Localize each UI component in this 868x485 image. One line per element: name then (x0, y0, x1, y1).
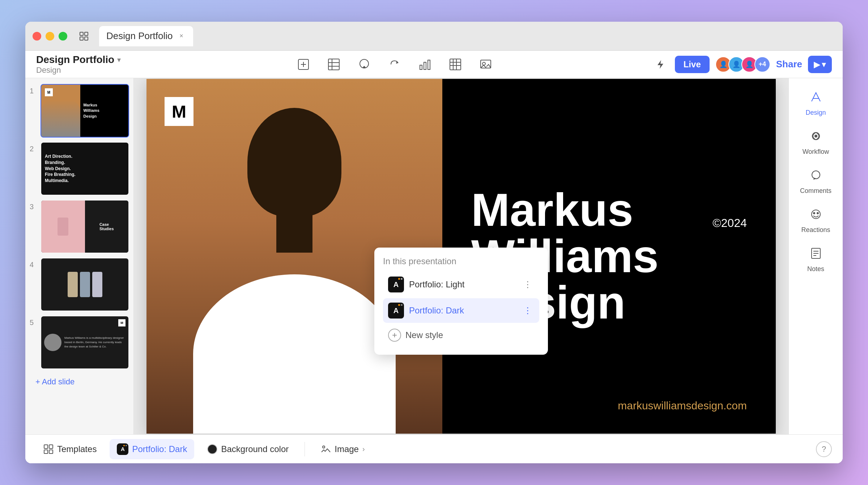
slide1-thumb-title: MarkusWilliamsDesign (83, 102, 125, 119)
slide-item-2[interactable]: 2 Art Direction.Branding.Web Design.Fire… (30, 142, 129, 195)
title-bar: Design Portfolio × (25, 22, 843, 51)
sidebar-item-workflow[interactable]: Workflow (794, 125, 838, 161)
slide4-item-1 (68, 272, 78, 297)
toolbar: Design Portfolio ▾ Design (25, 51, 843, 78)
slide-number-5: 5 (30, 319, 37, 327)
svg-rect-13 (424, 62, 426, 69)
fullscreen-button[interactable] (59, 32, 67, 41)
grid-view-icon[interactable] (76, 28, 92, 44)
reactions-icon (809, 208, 822, 224)
style-item-light[interactable]: A Portfolio: Light ⋮ (383, 272, 539, 297)
style-icon-dark: A (388, 303, 404, 319)
avatar-group: 👤 👤 👤 +4 (715, 56, 770, 72)
style-menu-light[interactable]: ⋮ (521, 278, 534, 291)
sidebar-label-notes: Notes (807, 265, 824, 273)
person-head (247, 108, 341, 216)
style-menu-dark[interactable]: ⋮ (521, 304, 534, 317)
redo-icon[interactable] (386, 56, 403, 73)
slide-item-5[interactable]: 5 Markus Williams is a multidisciplinary… (30, 316, 129, 369)
new-style-button[interactable]: + New style (383, 324, 539, 346)
slide4-item-3 (92, 272, 102, 297)
svg-rect-33 (49, 445, 53, 448)
slide-item-4[interactable]: 4 (30, 258, 129, 311)
sidebar-item-reactions[interactable]: Reactions (794, 203, 838, 239)
style-label-dark: Portfolio: Dark (409, 305, 516, 316)
plus-icon: + (388, 329, 401, 342)
style-item-dark[interactable]: A Portfolio: Dark ⋮ (383, 298, 539, 323)
svg-point-23 (815, 135, 817, 137)
doc-dropdown-icon[interactable]: ▾ (117, 55, 121, 64)
document-tab[interactable]: Design Portfolio × (99, 26, 193, 46)
m-logo: M (165, 97, 193, 126)
slide-thumb-4[interactable] (41, 258, 129, 311)
svg-rect-2 (80, 37, 83, 40)
sidebar-item-design[interactable]: Design (794, 85, 838, 122)
doc-subtitle: Design (36, 66, 121, 75)
sidebar-label-design: Design (805, 109, 826, 117)
style-button[interactable]: A Portfolio: Dark (110, 439, 194, 459)
image-button[interactable]: Image › (314, 440, 372, 459)
workflow-icon (809, 130, 822, 146)
avatar-count: +4 (754, 56, 770, 72)
bottom-right: ? (816, 441, 832, 457)
slide-thumb-5[interactable]: Markus Williams is a multidisciplinary d… (41, 316, 129, 369)
sidebar-label-comments: Comments (800, 187, 831, 195)
svg-rect-35 (49, 450, 53, 454)
bottom-bar: Templates A Portfolio: Dark Background c… (25, 434, 843, 463)
svg-rect-7 (328, 59, 339, 70)
templates-button[interactable]: Templates (36, 440, 104, 459)
svg-rect-34 (44, 450, 48, 454)
style-popup: In this presentation A Portfolio: Light … (374, 248, 548, 355)
slide5-avatar (44, 334, 61, 351)
doc-title-area: Design Portfolio ▾ Design (36, 54, 137, 75)
templates-label: Templates (57, 444, 97, 454)
app-window: Design Portfolio × Design Portfolio ▾ De… (25, 22, 843, 463)
right-sidebar: Design Workflow (788, 78, 843, 434)
svg-point-21 (482, 62, 485, 65)
main-content: Design Portfolio ▾ Design (25, 51, 843, 463)
lightning-icon[interactable] (652, 56, 669, 73)
svg-rect-14 (428, 60, 430, 69)
person-body (193, 274, 396, 434)
style-label-light: Portfolio: Light (409, 279, 516, 290)
svg-point-24 (812, 171, 820, 179)
svg-rect-1 (85, 32, 88, 35)
minimize-button[interactable] (46, 32, 54, 41)
slide-thumb-3[interactable]: CaseStudies (41, 200, 129, 253)
media-icon[interactable] (477, 56, 494, 73)
canvas-area: M Markus Williams Design (134, 78, 788, 434)
chart-icon[interactable] (416, 56, 434, 73)
style-icon-light: A (388, 277, 404, 292)
sidebar-item-notes[interactable]: Notes (794, 242, 838, 278)
traffic-lights (33, 32, 67, 41)
slide-item-3[interactable]: 3 CaseStudies (30, 200, 129, 253)
slide3-left (41, 201, 85, 253)
canvas-copyright: ©2024 (712, 216, 747, 230)
play-button[interactable]: ▶ ▾ (808, 56, 832, 73)
sidebar-label-reactions: Reactions (801, 226, 830, 234)
insert-icon[interactable] (295, 56, 312, 73)
doc-title: Design Portfolio (36, 54, 114, 66)
svg-point-36 (323, 446, 325, 448)
new-style-label: New style (405, 330, 443, 340)
slide3-case-studies: CaseStudies (85, 201, 129, 253)
live-button[interactable]: Live (675, 56, 710, 73)
slide-thumb-1[interactable]: M MarkusWilliamsDesign (41, 84, 129, 138)
grid-table-icon[interactable] (447, 56, 464, 73)
tab-close-btn[interactable]: × (177, 32, 186, 41)
help-button[interactable]: ? (816, 441, 832, 457)
table-icon[interactable] (325, 56, 342, 73)
share-button[interactable]: Share (776, 59, 802, 70)
background-color-button[interactable]: Background color (200, 440, 296, 459)
background-label: Background color (221, 444, 289, 454)
image-label: Image (335, 444, 359, 454)
comment-icon[interactable] (356, 56, 373, 73)
close-button[interactable] (33, 32, 41, 41)
play-icon: ▶ (814, 59, 820, 69)
slide-item-1[interactable]: 1 M MarkusWilliamsDesign (30, 84, 129, 138)
sidebar-item-comments[interactable]: Comments (794, 164, 838, 200)
slide-number-4: 4 (30, 261, 37, 269)
add-slide-button[interactable]: + Add slide (30, 374, 129, 390)
slide-thumb-2[interactable]: Art Direction.Branding.Web Design.Fire B… (41, 142, 129, 195)
play-dropdown-icon: ▾ (822, 59, 826, 69)
